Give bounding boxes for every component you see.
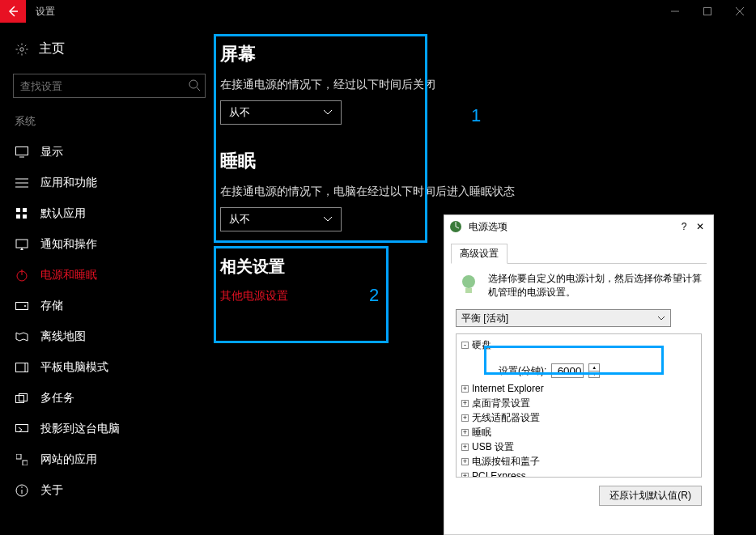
dialog-help-button[interactable]: ? bbox=[676, 221, 692, 232]
screen-timeout-dropdown[interactable]: 从不 bbox=[220, 100, 342, 125]
power-options-dialog: 电源选项 ? ✕ 高级设置 选择你要自定义的电源计划，然后选择你希望计算机管理的… bbox=[444, 214, 714, 535]
minimize-button[interactable] bbox=[659, 0, 691, 23]
search-icon bbox=[188, 79, 201, 91]
svg-rect-14 bbox=[16, 214, 20, 219]
chevron-down-icon bbox=[657, 316, 665, 321]
svg-point-5 bbox=[189, 80, 197, 88]
svg-rect-16 bbox=[16, 240, 28, 248]
sidebar-item-about[interactable]: 关于 bbox=[6, 475, 212, 506]
tree-node[interactable]: 睡眠 bbox=[472, 425, 491, 439]
svg-rect-19 bbox=[16, 303, 28, 310]
sidebar-item-apps-for-websites[interactable]: 网站的应用 bbox=[6, 444, 212, 475]
sidebar-item-projecting[interactable]: 投影到这台电脑 bbox=[6, 414, 212, 444]
monitor-icon bbox=[15, 146, 29, 158]
expand-icon[interactable]: + bbox=[461, 444, 469, 451]
tree-node[interactable]: 无线适配器设置 bbox=[472, 410, 540, 425]
section-desc-screen: 在接通电源的情况下，经过以下时间后关闭 bbox=[220, 78, 756, 92]
restore-defaults-button[interactable]: 还原计划默认值(R) bbox=[599, 486, 702, 506]
tree-node[interactable]: PCI Express bbox=[472, 469, 526, 478]
section-desc-sleep: 在接通电源的情况下，电脑在经过以下时间后进入睡眠状态 bbox=[220, 185, 756, 199]
svg-line-6 bbox=[197, 87, 200, 91]
svg-rect-25 bbox=[16, 425, 28, 432]
tablet-icon bbox=[15, 363, 29, 372]
sleep-timeout-dropdown[interactable]: 从不 bbox=[220, 207, 342, 231]
sidebar-item-storage[interactable]: 存储 bbox=[6, 291, 212, 321]
settings-tree[interactable]: -硬盘 设置(分钟): ▲▼ +Internet Explorer +桌面背景设… bbox=[456, 333, 702, 478]
expand-icon[interactable]: + bbox=[461, 473, 469, 478]
sidebar-item-notifications[interactable]: 通知和操作 bbox=[6, 229, 212, 260]
chevron-down-icon bbox=[323, 216, 333, 223]
power-icon bbox=[15, 269, 29, 282]
window-title: 设置 bbox=[36, 5, 55, 19]
sidebar-item-apps[interactable]: 应用和功能 bbox=[6, 168, 212, 198]
map-icon bbox=[15, 331, 29, 342]
tree-node[interactable]: USB 设置 bbox=[472, 439, 514, 454]
sidebar-item-default-apps[interactable]: 默认应用 bbox=[6, 198, 212, 229]
tab-advanced-settings[interactable]: 高级设置 bbox=[451, 244, 508, 264]
dialog-close-button[interactable]: ✕ bbox=[692, 221, 708, 232]
sidebar-item-multitask[interactable]: 多任务 bbox=[6, 383, 212, 414]
multitask-icon bbox=[15, 393, 29, 403]
expand-icon[interactable]: + bbox=[461, 414, 469, 422]
chevron-down-icon bbox=[323, 109, 333, 116]
sidebar-item-label: 电源和睡眠 bbox=[40, 268, 97, 282]
svg-rect-26 bbox=[16, 454, 21, 459]
sidebar-item-label: 多任务 bbox=[40, 391, 74, 405]
sidebar-item-label: 应用和功能 bbox=[40, 176, 97, 190]
grid-icon bbox=[15, 208, 29, 219]
maximize-button[interactable] bbox=[691, 0, 724, 23]
power-plan-dropdown[interactable]: 平衡 [活动] bbox=[456, 309, 671, 327]
svg-rect-21 bbox=[16, 363, 28, 372]
dropdown-value: 从不 bbox=[229, 212, 250, 227]
svg-rect-27 bbox=[23, 461, 28, 465]
svg-point-30 bbox=[21, 486, 23, 488]
svg-rect-24 bbox=[19, 394, 28, 401]
annotation-label-1: 1 bbox=[471, 105, 481, 126]
expand-icon[interactable]: + bbox=[461, 385, 469, 393]
tree-node[interactable]: Internet Explorer bbox=[472, 381, 544, 396]
svg-rect-12 bbox=[16, 208, 20, 212]
notification-icon bbox=[15, 239, 29, 250]
back-button[interactable] bbox=[0, 0, 26, 23]
power-plan-icon bbox=[449, 220, 464, 233]
sidebar-item-label: 网站的应用 bbox=[40, 452, 97, 467]
collapse-icon[interactable]: - bbox=[461, 342, 469, 349]
annotation-label-2: 2 bbox=[369, 285, 379, 306]
svg-point-20 bbox=[24, 305, 26, 307]
plan-value: 平衡 [活动] bbox=[461, 312, 508, 325]
home-button[interactable]: 主页 bbox=[6, 36, 212, 62]
home-label: 主页 bbox=[39, 40, 65, 57]
apps-websites-icon bbox=[15, 454, 29, 465]
arrow-left-icon bbox=[6, 5, 19, 18]
svg-point-4 bbox=[20, 47, 24, 51]
tree-node[interactable]: 桌面背景设置 bbox=[472, 396, 530, 410]
sidebar-item-label: 关于 bbox=[40, 483, 63, 498]
sidebar-item-label: 离线地图 bbox=[40, 329, 86, 344]
section-title-screen: 屏幕 bbox=[220, 42, 756, 66]
svg-rect-15 bbox=[23, 214, 27, 219]
sidebar-item-tablet-mode[interactable]: 平板电脑模式 bbox=[6, 352, 212, 383]
info-icon bbox=[15, 484, 29, 497]
category-label: 系统 bbox=[6, 113, 212, 137]
dropdown-value: 从不 bbox=[229, 105, 250, 120]
sidebar-item-label: 显示 bbox=[40, 145, 63, 159]
expand-icon[interactable]: + bbox=[461, 458, 469, 465]
tree-node[interactable]: 电源按钮和盖子 bbox=[472, 454, 540, 469]
sidebar-item-display[interactable]: 显示 bbox=[6, 137, 212, 168]
power-bulb-icon bbox=[456, 272, 482, 299]
sidebar-item-label: 投影到这台电脑 bbox=[40, 422, 120, 436]
expand-icon[interactable]: + bbox=[461, 400, 469, 407]
expand-icon[interactable]: + bbox=[461, 429, 469, 436]
svg-rect-33 bbox=[465, 288, 472, 293]
search-input[interactable] bbox=[13, 74, 206, 98]
gear-icon bbox=[15, 42, 29, 57]
annotation-box-3 bbox=[484, 346, 664, 375]
sidebar-item-power-sleep[interactable]: 电源和睡眠 bbox=[6, 260, 212, 291]
svg-rect-23 bbox=[16, 396, 24, 403]
sidebar-item-label: 平板电脑模式 bbox=[40, 360, 108, 375]
sidebar: 主页 系统 显示 应用和功能 默认应用 通知和操作 电源和睡眠 存 bbox=[0, 23, 212, 535]
close-button[interactable] bbox=[724, 0, 756, 23]
svg-rect-1 bbox=[704, 8, 711, 15]
svg-rect-13 bbox=[23, 208, 27, 212]
sidebar-item-offline-maps[interactable]: 离线地图 bbox=[6, 321, 212, 352]
